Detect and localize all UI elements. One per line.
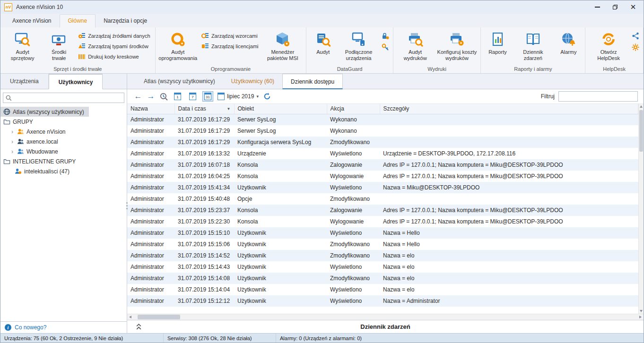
dataguard-permissions-icon[interactable] [382, 32, 389, 40]
msi-manager-button[interactable]: Menedżer pakietów MSI [261, 28, 305, 66]
ribbon-tab-narzedzia[interactable]: Narzędzia i opcje [96, 15, 155, 27]
table-row[interactable]: Administrator31.07.2019 15:40:48OpcjeZmo… [127, 193, 638, 205]
manage-licenses-button[interactable]: Zarządzaj licencjami [201, 43, 259, 50]
column-header-obiekt[interactable]: Obiekt [234, 104, 327, 114]
scroll-down-button[interactable] [639, 309, 644, 314]
column-header-akcja[interactable]: Akcja [327, 104, 380, 114]
software-audit-button[interactable]: Audyt oprogramowania [157, 28, 199, 66]
expand-chevron-icon[interactable]: › [10, 148, 15, 155]
event-log-button[interactable]: Dziennik zdarzeń [512, 28, 554, 66]
software-audit-icon [170, 32, 186, 47]
connected-devices-button[interactable]: Podłączone urządzenia [338, 28, 380, 66]
expand-chevron-icon[interactable]: › [10, 138, 15, 145]
tab-atlas[interactable]: Atlas (wszyscy użytkownicy) [136, 74, 223, 89]
scroll-left-button[interactable] [127, 314, 133, 320]
minimize-button[interactable] [591, 2, 604, 12]
calendar-month-button[interactable]: 31 [202, 91, 213, 102]
tree-search-input[interactable] [14, 94, 122, 101]
ribbon-tab-glowne[interactable]: Główne [60, 14, 96, 27]
status-devices[interactable]: Urządzenia: 75 (60 Ok, 2 Ostrzeżenie, 9 … [0, 334, 164, 343]
scroll-up-button[interactable] [639, 104, 644, 109]
tab-dziennik-dostepu[interactable]: Dziennik dostępu [282, 74, 343, 89]
table-row[interactable]: Administrator31.07.2019 16:17:29Serwer S… [127, 125, 638, 137]
fixed-assets-button[interactable]: Środki trwałe [43, 28, 75, 66]
access-log-grid: Nazwa Data i czas▼ Obiekt Akcja Szczegół… [127, 104, 644, 314]
whats-new-link[interactable]: Co nowego? [15, 324, 46, 331]
dataguard-rights-icon[interactable] [382, 43, 389, 51]
table-row[interactable]: Administrator31.07.2019 15:14:04Użytkown… [127, 284, 638, 295]
column-header-szczegoly[interactable]: Szczegóły [380, 104, 638, 114]
table-row[interactable]: Administrator31.07.2019 15:14:43Użytkown… [127, 261, 638, 273]
table-row[interactable]: Administrator31.07.2019 15:15:06Użytkown… [127, 239, 638, 250]
manage-data-sources-button[interactable]: Zarządzaj źródłami danych [78, 32, 150, 40]
tab-urzadzenia[interactable]: Urządzenia [0, 74, 49, 89]
period-selector[interactable]: lipiec 2019 ▾ [218, 93, 259, 100]
open-helpdesk-button[interactable]: Otwórz HelpDesk [587, 28, 630, 66]
print-costs-button[interactable]: Konfiguruj koszty wydruków [435, 28, 479, 66]
table-row[interactable]: Administrator31.07.2019 15:14:52Użytkown… [127, 250, 638, 261]
expand-panel-button[interactable] [136, 323, 142, 332]
filter-input[interactable] [563, 93, 636, 100]
table-row[interactable]: Administrator31.07.2019 15:12:12Użytkown… [127, 295, 638, 307]
tree-item-inteligentne-grupy[interactable]: INTELIGENTNE GRUPY [0, 156, 80, 166]
tab-uzytkownicy-60[interactable]: Użytkownicy (60) [223, 74, 282, 89]
table-cell: Wyświetlono [327, 295, 380, 307]
status-alarms[interactable]: Alarmy: 0 (Urządzeń z alarmami: 0) [276, 334, 644, 343]
table-row[interactable]: Administrator31.07.2019 16:17:29Serwer S… [127, 114, 638, 125]
tree-item-atlas[interactable]: Atlas (wszyscy użytkownicy) [0, 107, 89, 117]
manage-templates-button[interactable]: Zarządzaj wzorcami [201, 32, 259, 40]
restore-button[interactable] [609, 2, 622, 12]
panel-splitter[interactable] [125, 197, 129, 214]
ribbon-group-dataguard-label: DataGuard [306, 66, 393, 73]
tree-item-axence-nvision[interactable]: › Axence nVision [7, 127, 70, 137]
ribbon-tab-axence-nvision[interactable]: Axence nVision [4, 15, 60, 27]
manage-asset-types-button[interactable]: Zarządzaj typami środków [78, 43, 150, 50]
close-button[interactable]: ✕ [627, 2, 640, 12]
table-cell: Konfiguracja serwera SysLog [234, 137, 327, 148]
table-row[interactable]: Administrator31.07.2019 15:15:10Użytkown… [127, 227, 638, 239]
tree-item-wbudowane[interactable]: › Wbudowane [7, 146, 63, 156]
licenses-icon [201, 43, 209, 50]
tree-item-axence-local[interactable]: › axence.local [7, 137, 63, 146]
expand-chevron-icon[interactable]: › [10, 129, 15, 135]
event-log-panel-header[interactable]: Dziennik zdarzeń [127, 320, 644, 333]
helpdesk-settings-gear-icon[interactable] [632, 43, 639, 51]
table-row[interactable]: Administrator31.07.2019 16:04:25KonsolaW… [127, 171, 638, 182]
table-row[interactable]: Administrator31.07.2019 16:07:18KonsolaZ… [127, 159, 638, 171]
table-row[interactable]: Administrator31.07.2019 15:41:34Użytkown… [127, 182, 638, 193]
alarms-button[interactable]: Alarmy [554, 28, 583, 66]
dataguard-audit-label: Audyt [316, 49, 330, 55]
table-row[interactable]: Administrator31.07.2019 15:14:08Użytkown… [127, 273, 638, 284]
table-row[interactable]: Administrator31.07.2019 15:22:30KonsolaW… [127, 216, 638, 227]
vertical-scrollbar[interactable] [638, 104, 644, 314]
reports-button[interactable]: Raporty [483, 28, 512, 66]
status-services[interactable]: Serwisy: 308 (276 Ok, 28 Nie działa) [164, 334, 276, 343]
hardware-audit-button[interactable]: Audyt sprzętowy [2, 28, 43, 66]
tree-item-intelektualisci[interactable]: intelektualisci (47) [12, 166, 74, 176]
table-cell: 31.07.2019 15:40:48 [174, 193, 234, 205]
column-header-data-i-czas[interactable]: Data i czas▼ [174, 104, 234, 114]
table-cell: Serwer SysLog [234, 114, 327, 125]
dataguard-audit-button[interactable]: Audyt [308, 28, 338, 66]
print-barcodes-button[interactable]: Drukuj kody kreskowe [78, 53, 150, 60]
history-search-button[interactable] [159, 92, 168, 101]
table-row[interactable]: Administrator31.07.2019 16:13:32Urządzen… [127, 148, 638, 159]
table-row[interactable]: Administrator31.07.2019 16:17:29Konfigur… [127, 137, 638, 148]
print-audit-button[interactable]: Audyt wydruków [395, 28, 435, 66]
tree-item-label: intelektualisci (47) [24, 168, 70, 175]
column-header-nazwa[interactable]: Nazwa [127, 104, 174, 114]
tree-item-grupy[interactable]: GRUPY [0, 117, 38, 127]
forward-button[interactable]: → [147, 92, 155, 101]
back-button[interactable]: ← [134, 92, 142, 101]
left-tab-strip: Urządzenia Użytkownicy [0, 74, 127, 89]
tab-uzytkownicy[interactable]: Użytkownicy [49, 74, 103, 89]
share-icon[interactable] [632, 32, 639, 40]
refresh-button[interactable] [263, 92, 271, 101]
calendar-day-button[interactable]: 1 [172, 91, 183, 102]
vertical-scrollbar-thumb[interactable] [639, 110, 643, 152]
table-row[interactable]: Administrator31.07.2019 15:23:37KonsolaZ… [127, 205, 638, 216]
calendar-week-button[interactable]: 7 [187, 91, 198, 102]
horizontal-scrollbar[interactable] [127, 314, 644, 320]
scroll-right-button[interactable] [637, 314, 644, 320]
horizontal-scrollbar-thumb[interactable] [138, 315, 180, 319]
